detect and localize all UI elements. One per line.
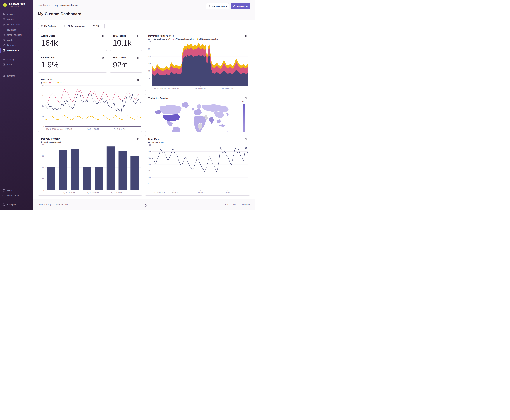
environment-filter[interactable]: All Environments [61, 23, 90, 29]
user-misery-chart[interactable]: 00.050.10.150.20.250.30.35Mar 31 12:00 A… [145, 143, 250, 195]
svg-text:Apr 3 12:00 AM: Apr 3 12:00 AM [87, 128, 99, 130]
project-filter[interactable]: My Projects [38, 23, 61, 29]
pencil-icon [208, 5, 210, 8]
date-range-filter[interactable]: 7D [90, 23, 104, 29]
edit-dashboard-button[interactable]: Edit Dashboard [206, 3, 229, 9]
sidebar-item-what-s-new[interactable]: What's new [2, 193, 31, 198]
sidebar-item-issues[interactable]: Issues [2, 17, 31, 22]
map-region-uk[interactable] [192, 107, 194, 111]
sidebar-item-releases[interactable]: Releases [2, 27, 31, 32]
failure-rate-value: 1.9% [38, 59, 107, 69]
sidebar-item-stats[interactable]: Stats [2, 62, 31, 67]
svg-text:3s: 3s [42, 95, 44, 97]
folder-code-icon [41, 25, 43, 27]
sidebar-item-collapse[interactable]: Collapse [2, 202, 31, 207]
stats-icon [2, 63, 6, 66]
legend-item[interactable]: FCP [41, 82, 47, 84]
widget-title: Web Vitals [41, 78, 53, 81]
map-region-south-america[interactable] [172, 127, 180, 132]
chart-legend: count_unique(release) [38, 140, 142, 143]
expand-icon[interactable] [102, 35, 104, 37]
expand-icon[interactable] [137, 138, 140, 140]
sidebar-item-dashboards[interactable]: Dashboards [2, 48, 31, 53]
sidebar-item-discover[interactable]: Discover [2, 43, 31, 48]
map-region-greenland[interactable] [182, 102, 189, 108]
expand-icon[interactable] [245, 35, 247, 37]
org-switcher[interactable]: Empower Plant Jane Schmidt [2, 2, 31, 8]
footer-link-privacy-policy[interactable]: Privacy Policy [38, 203, 51, 206]
page-header: Dashboards My Custom Dashboard Edit Dash… [33, 0, 255, 20]
legend-label: count_unique(release) [44, 141, 61, 143]
map-region-alaska[interactable] [154, 110, 161, 114]
footer-link-docs[interactable]: Docs [232, 203, 237, 206]
world-map[interactable] [151, 100, 239, 132]
map-region-canada[interactable] [159, 105, 182, 115]
ellipsis-menu-icon[interactable] [240, 138, 242, 141]
footer-link-api[interactable]: API [224, 203, 228, 206]
web-vitals-chart[interactable]: 01s2s3s4sMar 31 12:00 AMApr 1 12:00 AMAp… [38, 84, 142, 132]
sidebar-nav-tertiary: Settings [2, 73, 31, 78]
ellipsis-menu-icon[interactable] [240, 35, 242, 37]
map-region-se-asia[interactable] [216, 119, 222, 123]
sidebar-item-user-feedback[interactable]: User Feedback [2, 32, 31, 38]
add-widget-button[interactable]: Add Widget [231, 3, 251, 9]
map-region-indonesia[interactable] [219, 124, 226, 127]
legend-dot [148, 38, 150, 40]
expand-icon[interactable] [245, 97, 247, 99]
ellipsis-menu-icon[interactable] [97, 35, 99, 37]
widget-title: Total Issues [113, 34, 126, 37]
map-region-australia[interactable] [222, 132, 231, 132]
total-errors-value: 92m [110, 59, 142, 69]
sidebar-item-settings[interactable]: Settings [2, 73, 31, 78]
ellipsis-menu-icon[interactable] [132, 78, 135, 81]
legend-label: p75(transaction.duration) [175, 38, 194, 40]
legend-item[interactable]: p50(transaction.duration) [197, 38, 218, 40]
footer-link-contribute[interactable]: Contribute [241, 203, 251, 206]
discover-icon [2, 44, 6, 47]
ellipsis-menu-icon[interactable] [132, 35, 135, 37]
ellipsis-menu-icon[interactable] [97, 57, 99, 59]
widget-title: Active Users [41, 34, 55, 37]
legend-item[interactable]: count_unique(release) [41, 141, 61, 143]
sidebar-item-alerts[interactable]: Alerts [2, 38, 31, 43]
total-issues-value: 10.1k [110, 37, 142, 47]
chart-legend: user_misery(300) [145, 141, 250, 143]
legend-item[interactable]: p75(transaction.duration) [172, 38, 194, 40]
expand-icon[interactable] [137, 57, 140, 59]
svg-text:0: 0 [150, 189, 151, 191]
delivery-velocity-chart[interactable]: 020406080Apr 1 12:00 AMApr 3 12:00 AMApr… [38, 143, 142, 195]
map-region-india[interactable] [209, 117, 214, 124]
sidebar-item-projects[interactable]: Projects [2, 12, 31, 17]
legend-item[interactable]: TTFB [57, 82, 64, 84]
svg-text:Apr 1 12:00 AM: Apr 1 12:00 AM [60, 128, 72, 130]
expand-icon[interactable] [137, 78, 140, 81]
map-region-united-states[interactable] [163, 114, 180, 121]
ellipsis-menu-icon[interactable] [132, 138, 135, 140]
main-area: Dashboards My Custom Dashboard Edit Dash… [33, 0, 255, 210]
footer-link-terms-of-use[interactable]: Terms of Use [55, 203, 67, 206]
ellipsis-menu-icon[interactable] [132, 57, 135, 59]
sidebar-item-activity[interactable]: Activity [2, 57, 31, 62]
map-region-europe[interactable] [193, 109, 202, 115]
svg-text:Apr 1 12:00 AM: Apr 1 12:00 AM [168, 192, 179, 194]
legend-item[interactable]: user_misery(300) [148, 141, 164, 143]
breadcrumb-dashboards-link[interactable]: Dashboards [38, 4, 50, 7]
sidebar-item-help[interactable]: Help [2, 188, 31, 193]
expand-icon[interactable] [102, 57, 104, 59]
svg-text:60: 60 [42, 155, 44, 157]
svg-text:0.2: 0.2 [148, 164, 151, 165]
map-region-scandinavia[interactable] [197, 104, 201, 109]
legend-item[interactable]: p95(transaction.duration) [148, 38, 170, 40]
expand-icon[interactable] [245, 138, 247, 141]
svg-text:80: 80 [42, 144, 44, 146]
ellipsis-menu-icon[interactable] [240, 97, 242, 99]
sidebar-item-performance[interactable]: Performance [2, 22, 31, 27]
svg-text:0.1: 0.1 [148, 176, 151, 178]
key-page-performance-chart[interactable]: 05s10s15s20s25s30sMar 31 12:00 AMApr 1 1… [145, 40, 250, 91]
svg-text:4s: 4s [42, 85, 44, 86]
legend-dot [172, 38, 174, 40]
svg-text:0.25: 0.25 [148, 157, 151, 159]
map-region-japan[interactable] [226, 112, 229, 116]
legend-item[interactable]: LCP [49, 82, 55, 84]
expand-icon[interactable] [137, 35, 140, 37]
